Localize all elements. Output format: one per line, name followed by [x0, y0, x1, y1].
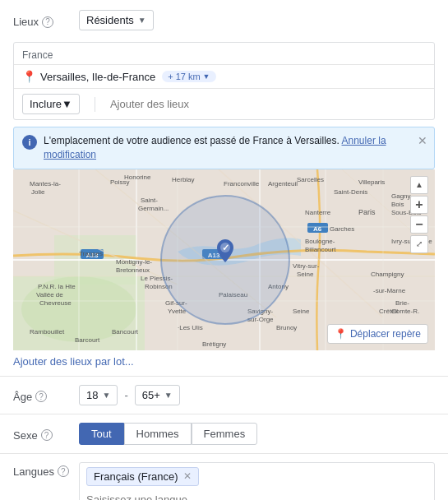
- add-place-input[interactable]: [110, 98, 426, 110]
- svg-text:Chevreuse: Chevreuse: [39, 299, 72, 307]
- info-close-icon[interactable]: ✕: [418, 134, 427, 147]
- deplacer-label: Déplacer repère: [350, 328, 421, 340]
- country-label: France: [14, 43, 434, 65]
- map-svg: A13 A13 A6 Paris Saint-Denis Ivry-sur-Se…: [13, 169, 435, 350]
- svg-text:Bretonneux: Bretonneux: [116, 266, 150, 274]
- svg-text:Mantes-la-: Mantes-la-: [30, 180, 61, 188]
- inclure-label: Inclure: [30, 98, 62, 110]
- svg-text:Argenteuil: Argenteuil: [268, 180, 298, 188]
- divider: [95, 97, 95, 112]
- info-icon: i: [22, 135, 37, 150]
- svg-text:Paris: Paris: [358, 208, 376, 216]
- age-max-chevron-icon: ▼: [164, 391, 173, 400]
- sexe-hommes-button[interactable]: Hommes: [124, 423, 192, 445]
- svg-text:Germain...: Germain...: [138, 205, 169, 212]
- svg-text:Sarcelles: Sarcelles: [297, 176, 324, 183]
- age-section: 18 ▼ - 65+ ▼: [79, 385, 435, 405]
- language-tag-label: Français (France): [94, 470, 178, 483]
- age-min-label: 18: [86, 389, 98, 401]
- svg-text:Comte-R.: Comte-R.: [391, 308, 419, 315]
- language-tag: Français (France) ✕: [86, 467, 199, 486]
- lieu-label: Lieux ?: [13, 12, 79, 28]
- svg-text:Montigny-le-: Montigny-le-: [116, 258, 152, 266]
- language-input[interactable]: [86, 491, 427, 500]
- svg-text:Seine: Seine: [297, 271, 314, 278]
- residents-label: Résidents: [86, 14, 134, 26]
- city-row: 📍 Versailles, Ile-de-France + 17 km ▼: [14, 65, 434, 89]
- residents-chevron-icon: ▼: [138, 16, 146, 25]
- info-banner: i L'emplacement de votre audience est pa…: [13, 127, 435, 169]
- svg-text:-sur-Marne: -sur-Marne: [373, 287, 406, 294]
- svg-text:✓: ✓: [222, 243, 229, 252]
- age-help-icon[interactable]: ?: [35, 391, 47, 402]
- age-min-chevron-icon: ▼: [102, 391, 110, 400]
- svg-text:A6: A6: [313, 225, 322, 233]
- age-max-label: 65+: [142, 389, 160, 401]
- svg-text:Rambouillet: Rambouillet: [30, 328, 65, 336]
- svg-text:Boulogne-: Boulogne-: [305, 238, 335, 245]
- svg-text:Vitry-sur-: Vitry-sur-: [293, 262, 320, 270]
- map-zoom-in-btn[interactable]: +: [410, 196, 428, 214]
- map-scroll-up-btn[interactable]: ▲: [410, 176, 428, 194]
- pin-move-icon: 📍: [335, 328, 347, 340]
- deplacer-repere-button[interactable]: 📍 Déplacer repère: [327, 324, 428, 344]
- sexe-buttons: Tout Hommes Femmes: [79, 423, 435, 445]
- langues-label: Langues ?: [13, 462, 79, 478]
- svg-text:Franconville: Franconville: [224, 180, 260, 188]
- location-pin-icon: 📍: [22, 70, 36, 83]
- language-remove-icon[interactable]: ✕: [183, 470, 192, 482]
- map-container[interactable]: A13 A13 A6 Paris Saint-Denis Ivry-sur-Se…: [13, 169, 435, 350]
- sexe-help-icon[interactable]: ?: [41, 429, 53, 441]
- svg-text:Nanterre: Nanterre: [305, 209, 331, 216]
- svg-text:P.N.R. la Hte: P.N.R. la Hte: [38, 283, 76, 290]
- age-separator: -: [124, 389, 127, 401]
- svg-text:Villeparis: Villeparis: [358, 178, 385, 186]
- sexe-tout-button[interactable]: Tout: [79, 423, 124, 445]
- svg-text:Saint-Denis: Saint-Denis: [334, 188, 367, 196]
- sexe-femmes-button[interactable]: Femmes: [192, 423, 258, 445]
- ajouter-lots-link[interactable]: Ajouter des lieux par lot...: [13, 355, 134, 368]
- svg-text:Brétigny: Brétigny: [202, 340, 226, 348]
- svg-text:Honorine: Honorine: [124, 174, 151, 181]
- svg-text:Garches: Garches: [330, 225, 354, 233]
- svg-text:Barcourt: Barcourt: [75, 336, 100, 344]
- svg-text:Brie-: Brie-: [395, 299, 409, 307]
- km-badge[interactable]: + 17 km ▼: [162, 71, 215, 82]
- svg-text:Trappes: Trappes: [79, 250, 103, 257]
- svg-text:Vallée de: Vallée de: [36, 291, 63, 299]
- lieu-help-icon[interactable]: ?: [42, 16, 53, 28]
- svg-text:Bois: Bois: [391, 201, 404, 208]
- location-controls: Inclure ▼: [14, 89, 434, 119]
- city-name: Versailles, Ile-de-France: [40, 71, 155, 83]
- sexe-label: Sexe ?: [13, 426, 79, 442]
- svg-text:Brunoy: Brunoy: [276, 324, 297, 331]
- location-box: France 📍 Versailles, Ile-de-France + 17 …: [13, 42, 435, 120]
- svg-text:Herblay: Herblay: [172, 176, 195, 183]
- svg-text:Jolie: Jolie: [31, 188, 45, 196]
- map-zoom-out-btn[interactable]: −: [410, 215, 428, 234]
- age-max-dropdown[interactable]: 65+ ▼: [135, 385, 180, 405]
- km-label: + 17 km: [168, 72, 200, 81]
- langues-help-icon[interactable]: ?: [58, 465, 69, 477]
- km-chevron-icon: ▼: [203, 72, 210, 81]
- svg-text:Billancourt: Billancourt: [305, 246, 336, 253]
- map-fullscreen-btn[interactable]: ⤢: [410, 235, 428, 253]
- inclure-button[interactable]: Inclure ▼: [22, 94, 80, 114]
- svg-text:Seine: Seine: [293, 308, 310, 315]
- svg-text:·Les Ulis: ·Les Ulis: [178, 324, 203, 331]
- inclure-chevron-icon: ▼: [62, 98, 72, 110]
- svg-text:Bancourt: Bancourt: [112, 328, 139, 336]
- info-banner-text: L'emplacement de votre audience est pass…: [44, 134, 426, 162]
- age-min-dropdown[interactable]: 18 ▼: [79, 385, 118, 405]
- svg-text:Saint-: Saint-: [141, 197, 158, 204]
- svg-text:Champigny: Champigny: [371, 271, 404, 278]
- residents-dropdown[interactable]: Résidents ▼: [79, 10, 154, 30]
- languages-box: Français (France) ✕: [79, 462, 435, 500]
- age-label: Âge ?: [13, 387, 79, 403]
